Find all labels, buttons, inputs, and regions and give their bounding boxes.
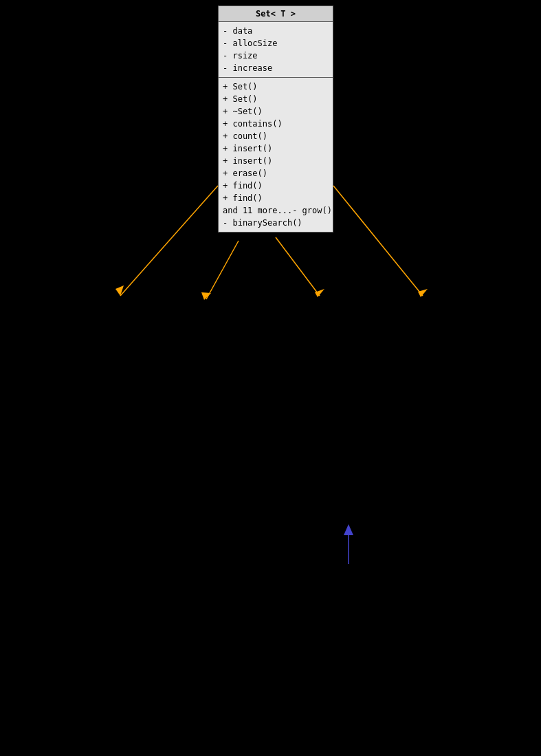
uml-method-2: + ~Set() xyxy=(223,105,329,118)
orange-arrowhead-1 xyxy=(115,285,124,296)
blue-arrowhead xyxy=(344,524,353,535)
uml-method-3: + contains() xyxy=(223,118,329,130)
uml-field-2: - rsize xyxy=(223,50,329,62)
orange-arrow-3 xyxy=(276,237,320,296)
orange-arrowhead-3 xyxy=(315,289,324,297)
uml-method-9: + find() xyxy=(223,192,329,204)
orange-arrowhead-2 xyxy=(201,292,211,300)
uml-method-4: + count() xyxy=(223,130,329,142)
uml-method-0: + Set() xyxy=(223,80,329,93)
orange-arrow-1 xyxy=(120,186,218,296)
uml-field-3: - increase xyxy=(223,62,329,74)
orange-arrow-2 xyxy=(206,241,239,299)
uml-methods-section: + Set() + Set() + ~Set() + contains() + … xyxy=(219,78,333,232)
orange-arrowhead-4 xyxy=(418,289,428,297)
uml-method-8: + find() xyxy=(223,180,329,192)
uml-method-5: + insert() xyxy=(223,142,329,155)
uml-field-1: - allocSize xyxy=(223,37,329,50)
uml-method-10: and 11 more...- grow() xyxy=(223,204,329,217)
uml-method-1: + Set() xyxy=(223,93,329,105)
uml-class-title: Set< T > xyxy=(219,6,333,22)
uml-method-11: - binarySearch() xyxy=(223,217,329,229)
orange-arrow-4 xyxy=(333,186,423,296)
uml-fields-section: - data - allocSize - rsize - increase xyxy=(219,22,333,78)
uml-method-6: + insert() xyxy=(223,155,329,167)
uml-class-box: Set< T > - data - allocSize - rsize - in… xyxy=(218,6,333,233)
uml-method-7: + erase() xyxy=(223,167,329,180)
uml-field-0: - data xyxy=(223,25,329,37)
